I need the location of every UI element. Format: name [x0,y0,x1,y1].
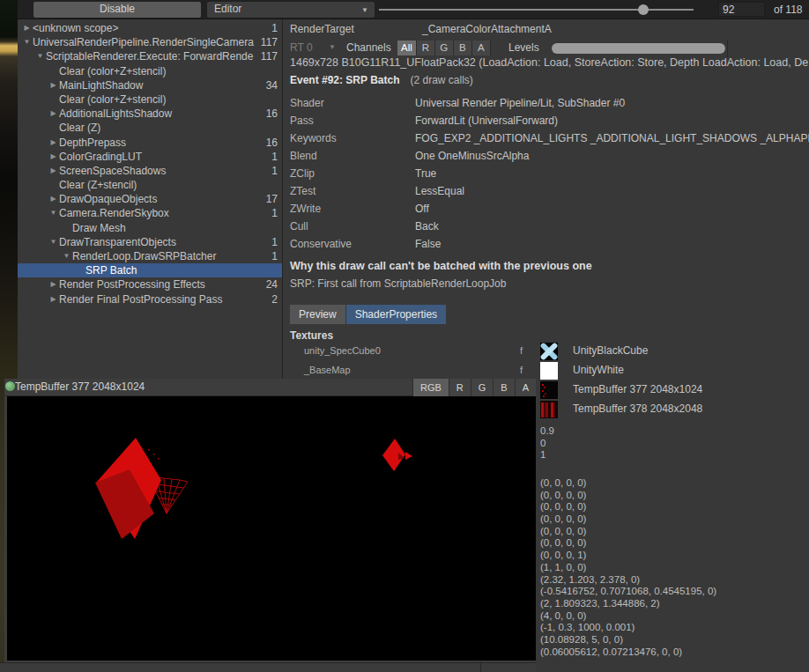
vector-values-list: (0, 0, 0, 0)(0, 0, 0, 0)(0, 0, 0, 0)(0, … [540,477,716,658]
editor-dropdown[interactable]: Editor ▼ [207,2,375,18]
tree-row-arrow-icon[interactable]: ▼ [21,35,33,49]
tree-row[interactable]: ▶ DrawOpaqueObjects 17 [18,192,282,206]
tree-row-label: AdditionalLightsShadow [59,107,263,121]
vector-value: (0, 0, 0, 0) [540,490,716,502]
tree-row[interactable]: ▼ RenderLoop.DrawSRPBatcher 1 [18,249,282,263]
tree-row[interactable]: Draw Mesh [18,221,282,235]
property-label: Cull [283,218,415,235]
property-label: Keywords [283,129,415,147]
tree-row-arrow-icon[interactable]: ▶ [48,107,59,121]
tree-row-arrow-icon[interactable]: ▼ [61,249,72,263]
texture-thumbnail[interactable] [540,381,558,399]
property-row: Conservative False [283,235,809,253]
chevron-down-icon: ▼ [329,43,336,51]
property-value: ForwardLit (UniversalForward) [415,112,558,129]
texture-asset-name[interactable]: UnityBlackCube [573,344,648,357]
tree-row[interactable]: Clear (Z+stencil) [18,178,282,192]
preview-channel-button[interactable]: RGB [412,379,449,396]
channel-button[interactable]: A [472,41,491,55]
tree-row[interactable]: ▶ ScreenSpaceShadows 1 [18,164,282,178]
event-draw-calls: (2 draw calls) [411,74,473,86]
tree-row[interactable]: ▶ AdditionalLightsShadow 16 [18,107,282,121]
texture-asset-name[interactable]: TempBuffer 377 2048x1024 [573,383,702,395]
texture-asset-name[interactable]: TempBuffer 378 2048x2048 [573,402,702,415]
tree-row-count: 1 [271,249,278,263]
texture-thumbnail[interactable] [540,362,558,380]
status-dot-icon [5,381,15,391]
tree-row[interactable]: ▶ <unknown scope> 1 [18,21,282,35]
tree-row-arrow-icon[interactable]: ▶ [48,164,59,178]
detail-tab[interactable]: ShaderProperties [346,305,446,324]
tree-row-arrow-icon[interactable]: ▶ [48,277,59,292]
texture-thumbnail[interactable] [540,343,558,360]
property-value: Off [415,200,429,218]
vector-value: (-0.5416752, 0.7071068, 0.4545195, 0) [540,586,716,598]
vector-value: (0, 0, 0, 0) [540,513,716,526]
tree-row-arrow-icon[interactable]: ▼ [34,49,46,63]
tree-row-arrow-icon[interactable]: ▼ [48,235,59,249]
tree-row-label: Camera.RenderSkybox [59,206,268,220]
frame-number-input[interactable] [718,2,765,17]
vector-value: (4, 0, 0, 0) [540,610,716,623]
toolbar: Disable Editor ▼ of 118 [18,0,809,19]
tree-row-arrow-icon[interactable]: ▶ [48,292,59,306]
texture-thumbnail[interactable] [540,401,558,418]
tree-row-label: DrawOpaqueObjects [59,192,263,206]
tree-row-count: 17 [266,192,278,206]
tree-row-label: RenderLoop.DrawSRPBatcher [72,249,268,263]
property-row: Blend One OneMinusSrcAlpha [283,147,809,165]
tree-row[interactable]: ▼ Camera.RenderSkybox 1 [18,206,282,220]
tree-row[interactable]: Clear (Z) [18,121,282,135]
channel-button[interactable]: G [435,41,454,55]
channel-button[interactable]: All [397,41,417,55]
tree-row-arrow-icon[interactable]: ▶ [48,150,59,164]
tree-row-count: 24 [266,277,278,292]
tree-row[interactable]: ▶ MainLightShadow 34 [18,78,282,92]
frame-slider-handle[interactable] [638,4,649,15]
property-label: ZClip [283,165,415,182]
rt-index-dropdown[interactable]: RT 0 [290,41,313,54]
tree-row[interactable]: ▶ DepthPrepass 16 [18,136,282,150]
tree-row-label: ScriptableRenderer.Execute: ForwardRende [46,49,257,63]
textures-section-header: Textures [290,329,333,342]
tree-row[interactable]: ▼ ScriptableRenderer.Execute: ForwardRen… [18,49,282,63]
tree-row-arrow-icon[interactable]: ▶ [48,136,59,150]
vector-value: (2.32, 1.203, 2.378, 0) [540,574,716,587]
tree-row-label: Clear (color+Z+stencil) [59,64,274,78]
channel-button[interactable]: R [417,41,435,55]
detail-tab[interactable]: Preview [290,305,345,324]
tree-row[interactable]: SRP Batch [18,263,282,277]
tree-row[interactable]: Clear (color+Z+stencil) [18,64,282,78]
preview-channel-button[interactable]: B [493,379,514,396]
property-value: False [415,235,441,253]
preview-title: TempBuffer 377 2048x1024 [15,380,145,393]
disable-button[interactable]: Disable [33,2,201,18]
texture-preview-canvas[interactable] [7,396,536,661]
property-label: Blend [283,147,415,165]
levels-slider[interactable] [552,43,725,54]
tree-row[interactable]: Clear (color+Z+stencil) [18,92,282,107]
tree-row[interactable]: ▶ Render Final PostProcessing Pass 2 [18,292,282,306]
channels-label: Channels [346,41,391,54]
property-label: Conservative [283,235,415,253]
channel-button[interactable]: B [454,41,472,55]
preview-channel-button[interactable]: G [471,379,494,396]
tree-row-arrow-icon[interactable]: ▼ [48,206,59,220]
float-value: 0 [540,438,554,450]
tree-row-count: 16 [266,107,278,121]
tree-row-label: Clear (Z) [59,121,274,135]
tree-row[interactable]: ▶ ColorGradingLUT 1 [18,150,282,164]
preview-channel-button[interactable]: R [449,379,471,396]
tree-row[interactable]: ▼ DrawTransparentObjects 1 [18,235,282,249]
tree-row-count: 34 [266,78,278,92]
vector-value: (2, 1.809323, 1.344886, 2) [540,598,716,610]
preview-channel-button[interactable]: A [515,379,536,396]
texture-asset-name[interactable]: UnityWhite [573,364,624,376]
tree-row[interactable]: ▶ Render PostProcessing Effects 24 [18,277,282,292]
tree-row-arrow-icon[interactable]: ▶ [48,78,59,92]
tree-row-arrow-icon[interactable]: ▶ [48,192,59,206]
batch-break-reason: SRP: First call from ScriptableRenderLoo… [290,277,506,290]
render-target-row: RenderTarget _CameraColorAttachmentA [290,23,801,35]
tree-row-arrow-icon[interactable]: ▶ [21,21,33,35]
tree-row[interactable]: ▼ UniversalRenderPipeline.RenderSingleCa… [18,35,282,49]
